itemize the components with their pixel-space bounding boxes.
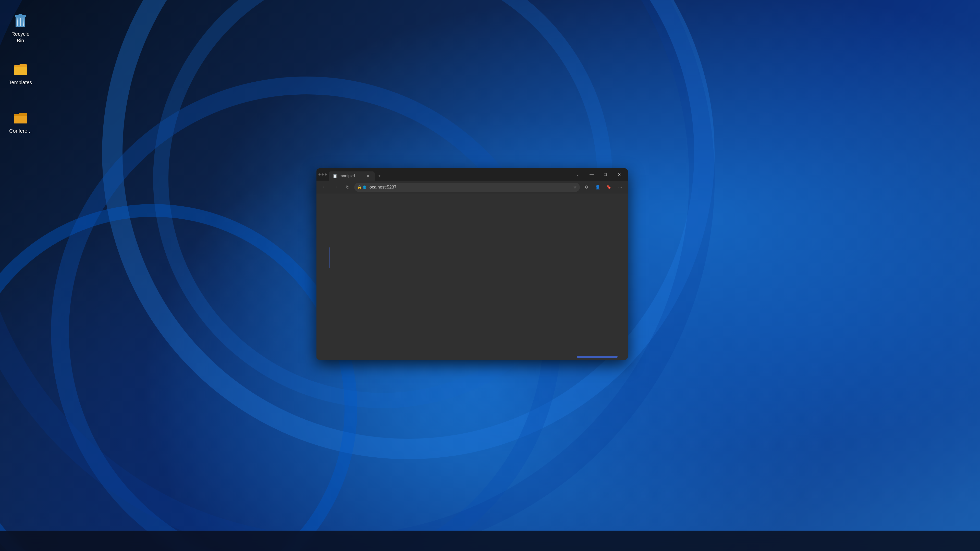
titlebar-extras	[318, 173, 327, 176]
browser-content[interactable]	[317, 194, 628, 360]
profile-button[interactable]: 👤	[593, 183, 603, 192]
close-button[interactable]: ✕	[612, 170, 626, 179]
recycle-bin-svg	[14, 13, 27, 28]
browser-tab-active[interactable]: 📄 mnnipzd ✕	[329, 171, 375, 181]
titlebar-dot-1	[318, 173, 321, 176]
conferences-folder-icon[interactable]: Confere...	[5, 107, 36, 136]
conferences-folder-image	[12, 109, 29, 125]
tab-close-button[interactable]: ✕	[366, 173, 371, 179]
desktop: Recycle Bin Templates Confere...	[0, 0, 980, 551]
titlebar-dot-2	[321, 173, 324, 176]
star-icon[interactable]: ☆	[573, 185, 577, 189]
maximize-button[interactable]: □	[599, 170, 612, 179]
browser-toolbar: ← → ↻ 🔒 🌐 localhost:5237 ☆ ⚙ 👤 🔖 ⋯	[317, 181, 628, 194]
titlebar-dot-3	[325, 173, 327, 176]
address-bar-text: localhost:5237	[369, 185, 571, 190]
tab-favicon: 📄	[333, 174, 337, 178]
recycle-bin-icon[interactable]: Recycle Bin	[5, 10, 36, 46]
text-cursor	[329, 248, 329, 268]
toolbar-right: ⚙ 👤 🔖 ⋯	[581, 183, 625, 192]
tab-title: mnnipzd	[339, 174, 363, 178]
address-bar[interactable]: 🔒 🌐 localhost:5237 ☆	[354, 183, 580, 192]
folder-svg	[13, 63, 27, 75]
collections-button[interactable]: ⋯	[615, 183, 625, 192]
window-controls: ⌄ — □ ✕	[571, 170, 626, 179]
templates-label: Templates	[9, 79, 32, 86]
templates-folder-image	[12, 61, 29, 77]
horizontal-scrollbar[interactable]	[577, 356, 617, 358]
browser-titlebar: 📄 mnnipzd ✕ + ⌄ — □ ✕	[317, 168, 628, 181]
templates-folder-icon[interactable]: Templates	[5, 59, 36, 88]
conferences-label: Confere...	[9, 127, 32, 134]
lock-icon: 🔒	[357, 185, 362, 189]
minimize-button[interactable]: —	[585, 170, 598, 179]
extensions-button[interactable]: ⚙	[581, 183, 592, 192]
svg-rect-7	[14, 116, 27, 124]
svg-rect-2	[18, 14, 22, 16]
svg-rect-6	[14, 67, 27, 75]
favorites-button[interactable]: 🔖	[604, 183, 614, 192]
recycle-bin-label: Recycle Bin	[7, 30, 34, 44]
recycle-bin-image	[12, 12, 29, 29]
expand-button[interactable]: ⌄	[571, 170, 584, 179]
globe-icon: 🌐	[363, 186, 366, 189]
browser-window: 📄 mnnipzd ✕ + ⌄ — □ ✕ ← → ↻	[317, 168, 628, 360]
refresh-button[interactable]: ↻	[342, 183, 353, 192]
tab-favicon-icon: 📄	[333, 175, 337, 178]
address-bar-actions: ☆	[573, 185, 577, 189]
new-tab-button[interactable]: +	[375, 171, 384, 181]
forward-button[interactable]: →	[331, 183, 341, 192]
back-button[interactable]: ←	[319, 183, 329, 192]
address-bar-icons: 🔒 🌐	[357, 185, 366, 189]
browser-tabs: 📄 mnnipzd ✕ +	[329, 168, 571, 181]
taskbar	[0, 530, 980, 551]
folder-svg-2	[13, 111, 27, 124]
